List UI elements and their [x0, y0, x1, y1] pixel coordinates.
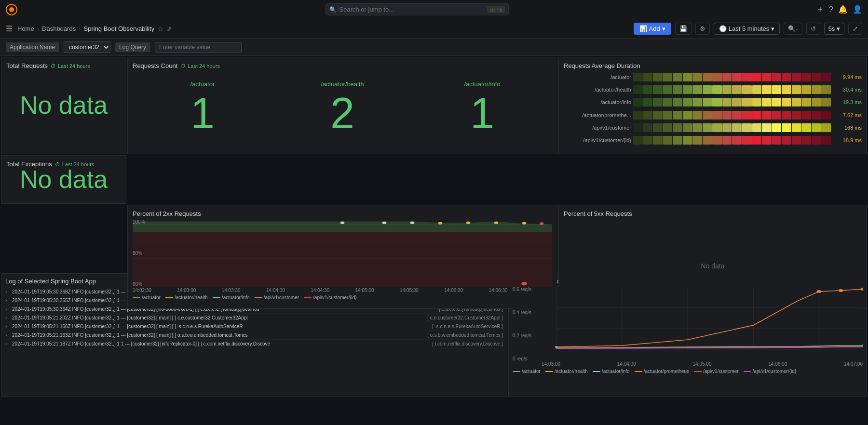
- nav-home[interactable]: Home: [17, 25, 34, 32]
- heatmap-bars: [633, 109, 831, 121]
- heatmap-cell: [673, 85, 682, 94]
- heatmap-cell: [772, 136, 782, 145]
- heatmap-cell: [703, 98, 712, 106]
- heatmap-value: 30.4 ms: [833, 87, 862, 93]
- rad-title: Requests Average Duration: [564, 62, 640, 69]
- heatmap-bars: [633, 134, 831, 146]
- variables-bar: Application Name customer32 Log Query: [0, 39, 868, 56]
- log-right: [ c.e.customer32.Customer32Appl ]: [427, 314, 503, 321]
- heatmap-cell: [752, 98, 762, 106]
- svg-point-7: [382, 222, 387, 224]
- log-toggle-icon[interactable]: ›: [5, 332, 10, 339]
- legend-customer: /api/v1/customer: [255, 295, 299, 300]
- zoom-out-button[interactable]: 🔍-: [784, 23, 802, 35]
- rps-legend-customer: /api/v1/customer: [694, 369, 738, 374]
- heatmap-cell: [673, 73, 682, 81]
- total-requests-title: Total Requests: [6, 62, 48, 69]
- share-icon[interactable]: ⇗: [166, 25, 172, 33]
- heatmap-cell: [683, 136, 692, 145]
- heatmap-cell: [742, 111, 752, 120]
- bell-icon[interactable]: 🔔: [838, 5, 848, 14]
- heatmap-cell: [792, 85, 801, 94]
- user-avatar[interactable]: 👤: [853, 5, 862, 14]
- log-right: [ l.com.netflix.discovery.Discove ]: [432, 340, 503, 347]
- log-toggle-icon[interactable]: ›: [5, 288, 10, 295]
- save-dashboard-button[interactable]: 💾: [675, 23, 692, 35]
- favorite-icon[interactable]: ☆: [157, 25, 163, 33]
- expand-button[interactable]: ⤢: [848, 23, 862, 35]
- heatmap-cell: [772, 73, 782, 81]
- p2xx-chart: [133, 219, 552, 287]
- heatmap-cell: [821, 136, 831, 145]
- app-name-select[interactable]: customer32: [64, 41, 110, 53]
- heatmap-cell: [703, 85, 712, 94]
- requests-avg-duration-panel: Requests Average Duration /actuator9.94 …: [558, 57, 867, 154]
- heatmap-cell: [683, 111, 692, 120]
- log-entry[interactable]: ›2024-01-19T19:05:21.187Z INFO [customer…: [5, 340, 503, 348]
- plus-icon[interactable]: ＋: [816, 4, 824, 14]
- heatmap-cell: [732, 73, 742, 81]
- total-requests-subtitle: ⏱ Last 24 hours: [51, 63, 90, 69]
- rps-legend-actuator: /actuator: [513, 369, 541, 374]
- time-range-picker[interactable]: 🕐 Last 5 minutes ▾: [714, 23, 780, 35]
- search-bar[interactable]: 🔍 ctrl+k: [326, 3, 509, 15]
- log-entry[interactable]: ›2024-01-19T19:05:21.202Z INFO [customer…: [5, 314, 503, 322]
- refresh-button[interactable]: ↺: [806, 23, 820, 35]
- log-query-input[interactable]: [155, 42, 242, 53]
- heatmap-cell: [722, 85, 732, 94]
- heatmap-label: /api/v1/customer: [564, 125, 631, 131]
- heatmap-cell: [782, 73, 791, 81]
- heatmap-cell: [712, 85, 722, 94]
- heatmap-value: 168 ms: [833, 125, 862, 131]
- heatmap-cell: [782, 111, 791, 120]
- heatmap-bars: [633, 84, 831, 95]
- heatmap-cell: [712, 136, 722, 145]
- log-text: 2024-01-19T19:05:21.187Z INFO [customer3…: [12, 340, 430, 347]
- log-toggle-icon[interactable]: ›: [5, 314, 10, 321]
- heatmap-cell: [772, 111, 782, 120]
- heatmap-cell: [752, 136, 762, 145]
- heatmap-cell: [722, 123, 732, 132]
- log-entry[interactable]: ›2024-01-19T19:05:21.166Z INFO [customer…: [5, 322, 503, 331]
- add-button[interactable]: 📊 Add ▾: [634, 23, 671, 35]
- log-entry[interactable]: ›2024-01-19T19:05:21.163Z INFO [customer…: [5, 331, 503, 340]
- search-input[interactable]: [326, 3, 509, 15]
- chevron-down-icon: ▾: [662, 25, 665, 32]
- heatmap-cell: [732, 123, 742, 132]
- help-icon[interactable]: ?: [829, 5, 833, 14]
- heatmap-cell: [812, 98, 821, 106]
- heatmap-row: /actuator/health30.4 ms: [564, 84, 862, 95]
- heatmap-cell: [742, 85, 752, 94]
- heatmap-cell: [762, 136, 772, 145]
- heatmap-row: /api/v1/customer168 ms: [564, 122, 862, 133]
- svg-point-14: [521, 282, 527, 285]
- log-right: [ o.s.b.w.embedded.tomcat.Tomcs ]: [427, 332, 503, 339]
- menu-icon[interactable]: ☰: [6, 24, 13, 33]
- settings-button[interactable]: ⚙: [695, 23, 710, 35]
- heatmap-cell: [782, 123, 791, 132]
- topbar: 🔍 ctrl+k ＋ ? 🔔 👤: [0, 0, 868, 19]
- log-toggle-icon[interactable]: ›: [5, 340, 10, 347]
- rps-y-2: 0.2 req/s: [513, 333, 531, 338]
- requests-count-title: Requests Count: [133, 62, 177, 69]
- heatmap-cell: [633, 98, 643, 106]
- rps-y-1: 0.4 req/s: [513, 310, 531, 315]
- heatmap-cell: [692, 98, 702, 106]
- rps-y-3: 0 req/s: [513, 356, 531, 361]
- heatmap-cell: [812, 136, 821, 145]
- svg-point-13: [540, 222, 544, 225]
- heatmap-bars: [633, 122, 831, 133]
- heatmap-label: /api/v1/customer/{id}: [564, 137, 631, 143]
- total-exceptions-value: No data: [6, 170, 121, 188]
- heatmap-cell: [643, 136, 653, 145]
- refresh-rate-select[interactable]: 5s ▾: [824, 23, 844, 35]
- p2xx-x-8: 14:06:30: [489, 288, 508, 293]
- heatmap-cell: [821, 111, 831, 120]
- log-toggle-icon[interactable]: ›: [5, 297, 10, 304]
- heatmap-cell: [722, 111, 732, 120]
- log-toggle-icon[interactable]: ›: [5, 305, 10, 313]
- nav-dashboards[interactable]: Dashboards: [42, 25, 76, 32]
- log-toggle-icon[interactable]: ›: [5, 323, 10, 330]
- heatmap-bars: [633, 71, 831, 83]
- heatmap-cell: [782, 136, 791, 145]
